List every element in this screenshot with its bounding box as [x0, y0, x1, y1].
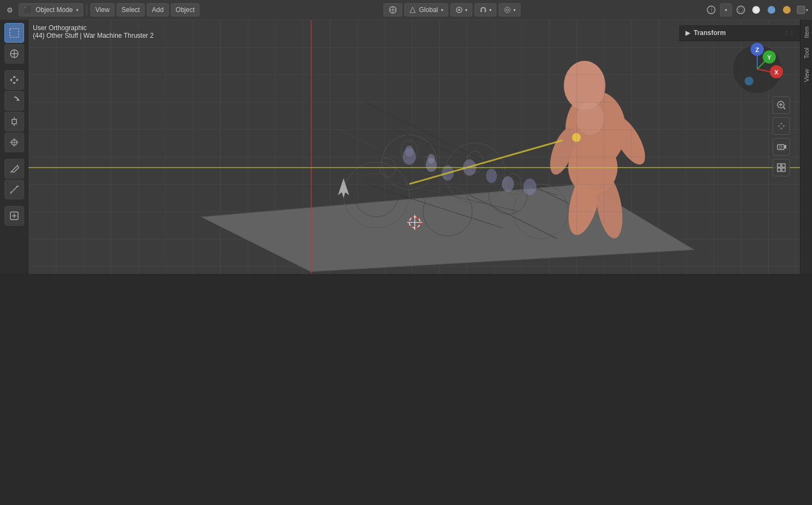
- right-sidebar-top: Item Tool View: [800, 20, 812, 274]
- viewport-shading-rendered[interactable]: [780, 3, 793, 16]
- mode-label: Object Mode: [36, 6, 73, 14]
- proportional-top[interactable]: ▾: [499, 3, 521, 16]
- rotate-tool-top[interactable]: [4, 91, 24, 111]
- svg-marker-20: [16, 99, 20, 101]
- pivot-btn-top[interactable]: ▾: [450, 3, 472, 16]
- overlay-dropdown-top[interactable]: ▾: [720, 3, 732, 16]
- measure-tool-top[interactable]: [4, 180, 24, 199]
- mode-chevron: ▾: [76, 8, 78, 13]
- gizmo-panel-top: [773, 96, 790, 176]
- svg-point-10: [737, 6, 745, 14]
- move-tool-top[interactable]: [4, 70, 24, 90]
- tool-tab-top[interactable]: Tool: [802, 43, 811, 63]
- svg-point-7: [505, 7, 510, 13]
- scale-tool-top[interactable]: [4, 112, 24, 131]
- global-dropdown-top[interactable]: Global ▾: [404, 3, 449, 16]
- global-chevron-top: ▾: [441, 8, 443, 13]
- transform-header[interactable]: ▶ Transform ⋮⋮: [682, 27, 798, 38]
- svg-text:Z: Z: [756, 47, 759, 53]
- svg-rect-5: [481, 10, 482, 12]
- svg-rect-6: [485, 10, 487, 12]
- svg-point-14: [783, 6, 791, 14]
- svg-rect-81: [777, 145, 784, 150]
- transform-dots: ⋮⋮: [784, 30, 794, 36]
- svg-rect-15: [797, 6, 805, 14]
- viewport-shading-extra[interactable]: ▾: [796, 3, 809, 16]
- viewport-shading-solid[interactable]: [750, 3, 763, 16]
- viewport-shading-material[interactable]: [765, 3, 778, 16]
- select-tool-top[interactable]: [4, 23, 24, 43]
- snap-magnet-top[interactable]: ▾: [474, 3, 496, 16]
- object-menu[interactable]: Object: [171, 3, 200, 16]
- grid-top: [28, 20, 812, 274]
- toolbar-left-top: [0, 20, 28, 274]
- add-tool-top[interactable]: [4, 206, 24, 226]
- svg-point-11: [739, 8, 743, 12]
- svg-rect-21: [12, 119, 16, 124]
- annotate-tool-top[interactable]: [4, 159, 24, 179]
- grid-btn-top[interactable]: [773, 159, 790, 176]
- pan-btn-top[interactable]: [773, 117, 790, 135]
- header-bar-top: ⚙ ⬛ Object Mode ▾ View Select Add Object…: [0, 0, 812, 20]
- transform-panel: ▶ Transform ⋮⋮: [679, 25, 800, 41]
- svg-point-95: [745, 77, 753, 85]
- object-mode-dropdown[interactable]: ⬛ Object Mode ▾: [19, 3, 83, 16]
- zoom-in-btn-top[interactable]: [773, 96, 790, 114]
- overlay-icon-top[interactable]: [705, 3, 718, 16]
- svg-text:X: X: [774, 69, 779, 76]
- axis-yellow-top: [28, 167, 812, 168]
- viewport-bottom[interactable]: ⚙ ⬛ Object Mode ▾ View Select Add Object…: [0, 274, 812, 505]
- cursor-tool-top[interactable]: [4, 44, 24, 64]
- xray-icon-top[interactable]: [734, 3, 747, 16]
- svg-point-4: [458, 9, 460, 11]
- svg-rect-85: [782, 164, 785, 167]
- svg-rect-16: [10, 28, 19, 37]
- editor-type-icon[interactable]: ⚙: [3, 3, 16, 16]
- svg-rect-87: [782, 168, 785, 171]
- item-tab-top[interactable]: Item: [802, 22, 811, 42]
- add-menu[interactable]: Add: [147, 3, 168, 16]
- transform-title: Transform: [694, 29, 726, 37]
- nav-gizmo-top[interactable]: Z X Y: [730, 42, 785, 98]
- separator-1: [87, 4, 87, 15]
- svg-line-27: [11, 186, 18, 193]
- view-tab-top[interactable]: View: [802, 65, 811, 87]
- camera-btn-top[interactable]: [773, 138, 790, 156]
- svg-rect-84: [777, 164, 781, 167]
- select-menu[interactable]: Select: [117, 3, 145, 16]
- axis-red-top: [311, 20, 312, 274]
- global-label-top: Global: [419, 6, 438, 14]
- svg-text:Y: Y: [767, 54, 771, 61]
- viewport-canvas-top[interactable]: User Orthographic (44) Other Stuff | War…: [28, 20, 812, 274]
- viewport-top[interactable]: ⚙ ⬛ Object Mode ▾ View Select Add Object…: [0, 0, 812, 274]
- svg-point-83: [780, 146, 782, 148]
- view-menu[interactable]: View: [90, 3, 115, 16]
- svg-point-8: [506, 9, 508, 11]
- svg-point-13: [768, 6, 775, 14]
- svg-line-80: [784, 107, 785, 109]
- svg-rect-86: [777, 168, 781, 171]
- snap-icon-top[interactable]: [384, 3, 402, 16]
- transform-tool-top[interactable]: [4, 133, 24, 152]
